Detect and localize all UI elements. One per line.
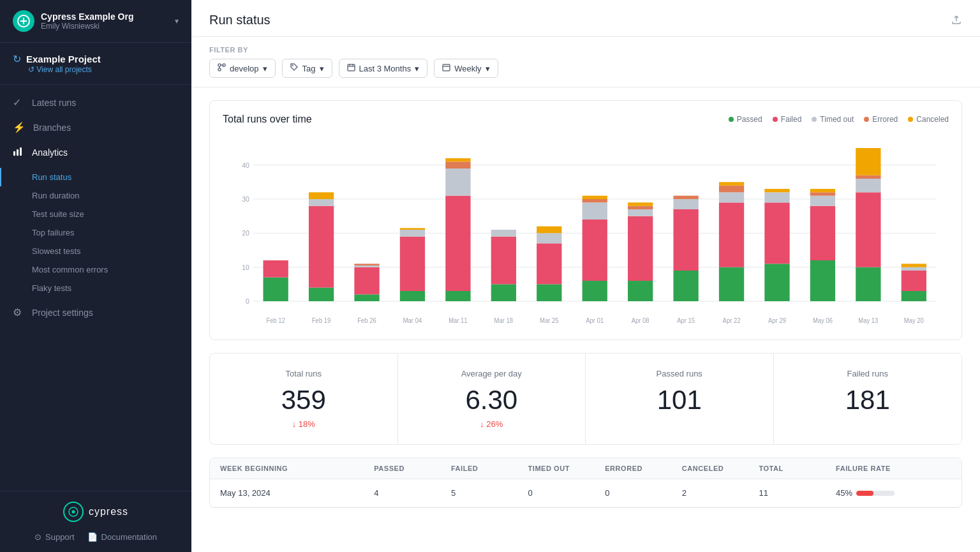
page-title: Run status (209, 13, 271, 27)
analytics-icon (13, 146, 24, 159)
svg-rect-33 (354, 264, 379, 265)
tag-chevron-icon: ▾ (320, 64, 324, 73)
org-logo (13, 10, 34, 32)
sub-item-run-status[interactable]: Run status (0, 168, 191, 186)
svg-rect-76 (719, 182, 744, 185)
filter-buttons: develop ▾ Tag ▾ (209, 59, 962, 78)
svg-rect-37 (400, 230, 425, 237)
check-icon: ✓ (13, 96, 24, 108)
th-failure-rate: FAILURE RATE (836, 465, 951, 472)
svg-text:May 13: May 13 (858, 317, 878, 324)
weekly-filter-button[interactable]: Weekly ▾ (434, 59, 498, 78)
th-errored: ERRORED (605, 465, 682, 472)
passed-runs-card: Passed runs 101 (586, 354, 774, 444)
svg-rect-36 (400, 237, 425, 291)
weekly-chevron-icon: ▾ (486, 64, 490, 73)
cypress-logo-circle (63, 502, 84, 522)
develop-chevron-icon: ▾ (263, 64, 267, 73)
develop-filter-label: develop (230, 64, 259, 73)
sub-item-most-common-errors[interactable]: Most common errors (0, 260, 191, 279)
period-filter-label: Last 3 Months (359, 64, 412, 73)
legend-canceled: Canceled (908, 115, 949, 124)
svg-rect-27 (309, 199, 334, 206)
svg-rect-68 (673, 209, 698, 271)
failure-rate-bar-fill (856, 491, 873, 496)
svg-rect-92 (856, 175, 880, 179)
period-filter-button[interactable]: Last 3 Months ▾ (339, 59, 428, 78)
sub-item-slowest-tests[interactable]: Slowest tests (0, 242, 191, 260)
sub-item-test-suite-size[interactable]: Test suite size (0, 205, 191, 223)
svg-rect-65 (628, 202, 653, 205)
sub-item-flaky-tests[interactable]: Flaky tests (0, 279, 191, 297)
svg-rect-70 (673, 196, 698, 199)
develop-filter-button[interactable]: develop ▾ (209, 59, 276, 78)
svg-rect-91 (856, 179, 880, 192)
svg-rect-96 (902, 271, 926, 291)
chart-header: Total runs over time Passed Failed Timed… (223, 114, 949, 125)
sidebar-item-branches[interactable]: ⚡ Branches (0, 115, 191, 140)
svg-text:0: 0 (246, 297, 249, 305)
passed-legend-label: Passed (737, 115, 762, 124)
chart-container: 010203040Feb 12Feb 19Feb 26Mar 04Mar 11M… (223, 135, 949, 327)
svg-rect-44 (445, 158, 470, 161)
svg-text:May 06: May 06 (813, 317, 833, 324)
svg-rect-50 (537, 284, 561, 301)
org-info-group[interactable]: Cypress Example Org Emily Wisniewski (13, 10, 134, 32)
svg-rect-42 (445, 168, 470, 196)
svg-text:30: 30 (242, 195, 249, 203)
total-runs-value: 359 (223, 385, 385, 415)
svg-rect-46 (491, 284, 516, 301)
svg-rect-81 (764, 189, 789, 192)
svg-rect-80 (764, 192, 789, 202)
sidebar-nav: ✓ Latest runs ⚡ Branches Analytics Run s… (0, 85, 191, 491)
branches-icon: ⚡ (13, 121, 26, 133)
svg-rect-10 (348, 64, 355, 71)
total-runs-change: ↓ 18% (223, 419, 385, 429)
canceled-legend-label: Canceled (916, 115, 949, 124)
tag-filter-label: Tag (302, 64, 316, 73)
branch-icon (218, 63, 226, 73)
support-link[interactable]: ⊙ Support (34, 532, 75, 542)
cypress-logo: cypress (13, 502, 179, 522)
svg-rect-43 (445, 161, 470, 168)
failure-rate-value: 45% (836, 488, 852, 498)
tag-filter-button[interactable]: Tag ▾ (282, 59, 332, 78)
documentation-link[interactable]: 📄 Documentation (87, 532, 157, 542)
sidebar-item-analytics[interactable]: Analytics (0, 140, 191, 165)
cell-canceled: 2 (682, 488, 759, 498)
sidebar-item-latest-runs[interactable]: ✓ Latest runs (0, 90, 191, 115)
svg-rect-63 (628, 209, 653, 216)
support-icon: ⊙ (34, 532, 41, 542)
failure-rate-bar: 45% (836, 488, 951, 498)
sidebar-item-project-settings[interactable]: ⚙ Project settings (0, 300, 191, 325)
view-all-projects-link[interactable]: ↺ View all projects (28, 65, 179, 74)
svg-rect-90 (856, 192, 880, 267)
svg-rect-75 (719, 186, 744, 193)
svg-rect-87 (810, 189, 835, 192)
analytics-submenu: Run status Run duration Test suite size … (0, 165, 191, 300)
filter-section: FILTER BY develop ▾ (191, 37, 980, 87)
svg-text:Mar 18: Mar 18 (494, 317, 513, 324)
th-passed: PASSED (374, 465, 451, 472)
svg-text:Apr 08: Apr 08 (632, 317, 650, 324)
svg-text:Mar 11: Mar 11 (449, 317, 467, 324)
svg-rect-98 (902, 264, 926, 267)
svg-text:20: 20 (242, 229, 249, 237)
weekly-calendar-icon (442, 63, 450, 73)
upload-icon[interactable] (951, 13, 962, 27)
svg-rect-52 (537, 233, 561, 243)
passed-runs-value: 101 (598, 385, 761, 415)
svg-rect-78 (764, 264, 789, 301)
total-runs-label: Total runs (223, 369, 385, 378)
svg-rect-84 (810, 206, 835, 260)
period-chevron-icon: ▾ (415, 64, 419, 73)
svg-rect-23 (263, 260, 288, 278)
svg-rect-64 (628, 206, 653, 209)
failure-rate-bar-bg (856, 491, 895, 496)
svg-rect-79 (764, 202, 789, 264)
sub-item-top-failures[interactable]: Top failures (0, 223, 191, 242)
sub-item-run-duration[interactable]: Run duration (0, 186, 191, 205)
svg-rect-67 (673, 271, 698, 301)
svg-text:Feb 19: Feb 19 (312, 317, 330, 324)
table-row: May 13, 2024 4 5 0 0 2 11 45% (210, 479, 961, 507)
